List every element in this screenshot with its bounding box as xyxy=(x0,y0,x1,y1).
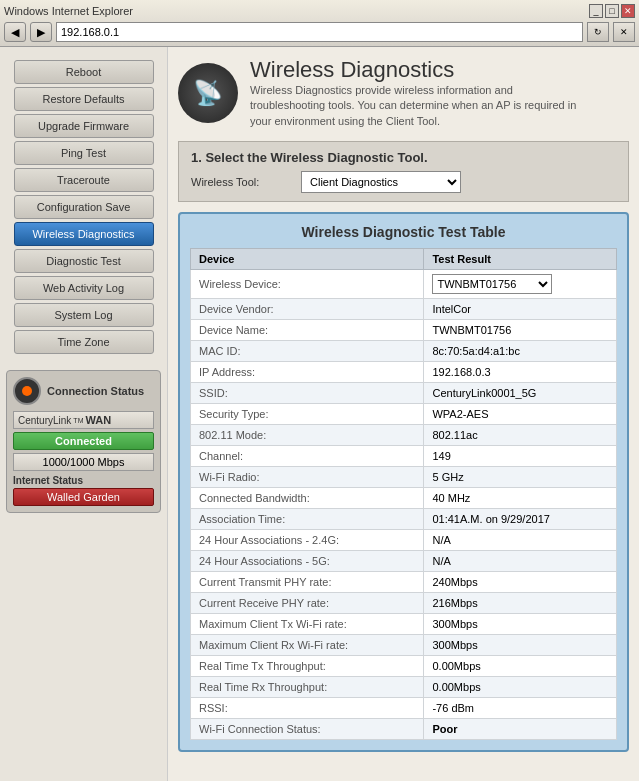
row-label: 24 Hour Associations - 5G: xyxy=(191,551,424,572)
row-value: 01:41A.M. on 9/29/2017 xyxy=(424,509,617,530)
connected-badge: Connected xyxy=(13,432,154,450)
row-label: Wireless Device: xyxy=(191,270,424,299)
browser-chrome: Windows Internet Explorer _ □ ✕ ◀ ▶ ↻ ✕ xyxy=(0,0,639,47)
sidebar-item-traceroute[interactable]: Traceroute xyxy=(14,168,154,192)
row-label: IP Address: xyxy=(191,362,424,383)
row-label: Device Vendor: xyxy=(191,299,424,320)
row-value: 40 MHz xyxy=(424,488,617,509)
wireless-device-select[interactable]: TWNBMT01756 xyxy=(432,274,552,294)
row-value: CenturyLink0001_5G xyxy=(424,383,617,404)
table-row: Current Transmit PHY rate:240Mbps xyxy=(191,572,617,593)
sidebar-item-system-log[interactable]: System Log xyxy=(14,303,154,327)
page-icon: 📡 xyxy=(178,63,238,123)
col-device: Device xyxy=(191,249,424,270)
row-label: Maximum Client Rx Wi-Fi rate: xyxy=(191,635,424,656)
minimize-button[interactable]: _ xyxy=(589,4,603,18)
table-row: Wi-Fi Radio:5 GHz xyxy=(191,467,617,488)
table-row: Wireless Device:TWNBMT01756 xyxy=(191,270,617,299)
row-value[interactable]: TWNBMT01756 xyxy=(424,270,617,299)
connection-status-widget: Connection Status CenturyLink TM WAN Con… xyxy=(6,370,161,513)
row-value: 8c:70:5a:d4:a1:bc xyxy=(424,341,617,362)
speed-badge: 1000/1000 Mbps xyxy=(13,453,154,471)
table-row: Security Type:WPA2-AES xyxy=(191,404,617,425)
table-row: IP Address:192.168.0.3 xyxy=(191,362,617,383)
row-label: 802.11 Mode: xyxy=(191,425,424,446)
row-label: Wi-Fi Radio: xyxy=(191,467,424,488)
row-value: 0.00Mbps xyxy=(424,656,617,677)
table-row: Device Vendor:IntelCor xyxy=(191,299,617,320)
row-label: Device Name: xyxy=(191,320,424,341)
trademark-symbol: TM xyxy=(73,417,83,424)
page-description: Wireless Diagnostics provide wireless in… xyxy=(250,83,590,129)
table-row: SSID:CenturyLink0001_5G xyxy=(191,383,617,404)
row-label: SSID: xyxy=(191,383,424,404)
sidebar-item-wireless-diagnostics[interactable]: Wireless Diagnostics xyxy=(14,222,154,246)
row-label: Connected Bandwidth: xyxy=(191,488,424,509)
browser-title: Windows Internet Explorer xyxy=(4,5,133,17)
walled-garden-badge: Walled Garden xyxy=(13,488,154,506)
close-button[interactable]: ✕ xyxy=(621,4,635,18)
row-value: WPA2-AES xyxy=(424,404,617,425)
back-button[interactable]: ◀ xyxy=(4,22,26,42)
row-label: Real Time Rx Throughput: xyxy=(191,677,424,698)
sidebar-item-time-zone[interactable]: Time Zone xyxy=(14,330,154,354)
row-value: N/A xyxy=(424,551,617,572)
row-value: N/A xyxy=(424,530,617,551)
table-row: RSSI:-76 dBm xyxy=(191,698,617,719)
page-title: Wireless Diagnostics xyxy=(250,57,590,83)
row-label: Current Receive PHY rate: xyxy=(191,593,424,614)
row-label: Security Type: xyxy=(191,404,424,425)
row-label: Real Time Tx Throughput: xyxy=(191,656,424,677)
table-row: Maximum Client Rx Wi-Fi rate:300Mbps xyxy=(191,635,617,656)
content-area: 📡 Wireless Diagnostics Wireless Diagnost… xyxy=(168,47,639,781)
row-value: 149 xyxy=(424,446,617,467)
connection-gauge xyxy=(13,377,41,405)
sidebar-item-configuration-save[interactable]: Configuration Save xyxy=(14,195,154,219)
row-label: Association Time: xyxy=(191,509,424,530)
provider-name: CenturyLink xyxy=(18,415,71,426)
sidebar-item-ping-test[interactable]: Ping Test xyxy=(14,141,154,165)
table-row: Real Time Tx Throughput:0.00Mbps xyxy=(191,656,617,677)
sidebar-item-reboot[interactable]: Reboot xyxy=(14,60,154,84)
row-value: IntelCor xyxy=(424,299,617,320)
row-value: -76 dBm xyxy=(424,698,617,719)
gauge-needle xyxy=(22,386,32,396)
wan-label: WAN xyxy=(85,414,111,426)
row-value: 192.168.0.3 xyxy=(424,362,617,383)
table-row: Current Receive PHY rate:216Mbps xyxy=(191,593,617,614)
row-label: RSSI: xyxy=(191,698,424,719)
wifi-icon: 📡 xyxy=(193,79,223,107)
tool-label: Wireless Tool: xyxy=(191,176,291,188)
col-result: Test Result xyxy=(424,249,617,270)
table-row: Wi-Fi Connection Status:Poor xyxy=(191,719,617,740)
tool-selector-title: 1. Select the Wireless Diagnostic Tool. xyxy=(191,150,616,165)
row-value: 0.00Mbps xyxy=(424,677,617,698)
maximize-button[interactable]: □ xyxy=(605,4,619,18)
table-row: 24 Hour Associations - 2.4G:N/A xyxy=(191,530,617,551)
sidebar-item-restore-defaults[interactable]: Restore Defaults xyxy=(14,87,154,111)
row-value: 300Mbps xyxy=(424,635,617,656)
table-row: Association Time:01:41A.M. on 9/29/2017 xyxy=(191,509,617,530)
row-label: 24 Hour Associations - 2.4G: xyxy=(191,530,424,551)
title-bar: Windows Internet Explorer _ □ ✕ xyxy=(4,4,635,18)
refresh-icon[interactable]: ↻ xyxy=(587,22,609,42)
address-input[interactable] xyxy=(56,22,583,42)
tool-selector: 1. Select the Wireless Diagnostic Tool. … xyxy=(178,141,629,202)
row-value: 802.11ac xyxy=(424,425,617,446)
row-value: 240Mbps xyxy=(424,572,617,593)
table-row: 802.11 Mode:802.11ac xyxy=(191,425,617,446)
forward-button[interactable]: ▶ xyxy=(30,22,52,42)
row-label: Current Transmit PHY rate: xyxy=(191,572,424,593)
sidebar-item-web-activity-log[interactable]: Web Activity Log xyxy=(14,276,154,300)
sidebar-item-upgrade-firmware[interactable]: Upgrade Firmware xyxy=(14,114,154,138)
sidebar: Reboot Restore Defaults Upgrade Firmware… xyxy=(0,47,168,781)
stop-icon[interactable]: ✕ xyxy=(613,22,635,42)
wireless-tool-select[interactable]: Client Diagnostics AP Diagnostics Full D… xyxy=(301,171,461,193)
row-value: 5 GHz xyxy=(424,467,617,488)
table-row: Maximum Client Tx Wi-Fi rate:300Mbps xyxy=(191,614,617,635)
sidebar-item-diagnostic-test[interactable]: Diagnostic Test xyxy=(14,249,154,273)
diagnostic-table-title: Wireless Diagnostic Test Table xyxy=(190,224,617,240)
row-value: Poor xyxy=(424,719,617,740)
table-row: MAC ID:8c:70:5a:d4:a1:bc xyxy=(191,341,617,362)
table-row: Channel:149 xyxy=(191,446,617,467)
